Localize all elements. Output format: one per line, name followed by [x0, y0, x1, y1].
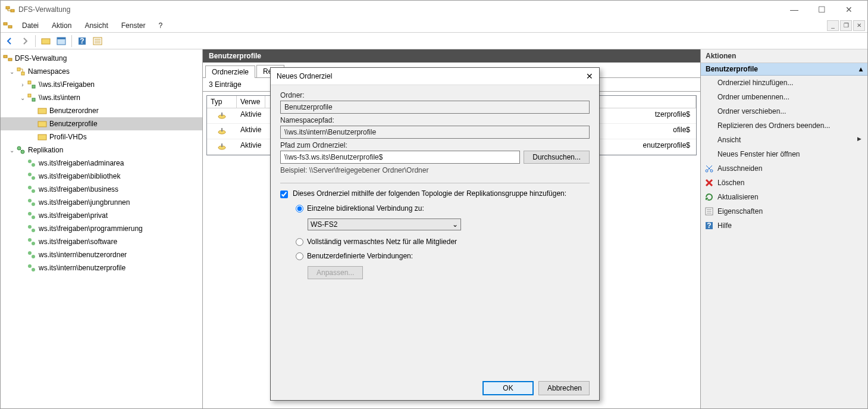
tree-panel: DFS-Verwaltung ⌄ Namespaces › \\ws.its\F…	[1, 49, 203, 408]
namespace-icon	[16, 67, 26, 76]
nspath-field: \\ws.its\intern\Benutzerprofile	[280, 126, 590, 139]
connection-select[interactable]: WS-FS2 ⌄	[308, 218, 461, 230]
menu-action[interactable]: Aktion	[46, 20, 77, 31]
tree-rep-item[interactable]: ws.its\freigaben\bibliothek	[1, 170, 202, 183]
col-verw[interactable]: Verwe	[237, 96, 265, 108]
tree-rep-item[interactable]: ws.its\freigaben\software	[1, 235, 202, 248]
tree-ns-intern[interactable]: ⌄ \\ws.its\intern	[1, 91, 202, 104]
chevron-down-icon[interactable]: ⌄	[8, 147, 16, 154]
action-refresh[interactable]: Aktualisieren	[701, 190, 867, 204]
action-help[interactable]: ? Hilfe	[701, 218, 867, 233]
target-icon	[217, 126, 227, 135]
tree-rep-item[interactable]: ws.its\freigaben\jungbrunnen	[1, 196, 202, 209]
tree-root[interactable]: DFS-Verwaltung	[1, 52, 202, 65]
cancel-button[interactable]: Abbrechen	[538, 381, 590, 395]
col-type[interactable]: Typ	[207, 96, 237, 108]
tree-rep-item[interactable]: ws.its\freigaben\adminarea	[1, 157, 202, 170]
mdi-restore[interactable]: ❐	[840, 20, 852, 31]
svg-text:?: ?	[707, 221, 711, 230]
rep-group-icon	[27, 185, 36, 194]
menu-bar: Datei Aktion Ansicht Fenster ? _ ❐ ✕	[1, 18, 867, 33]
svg-point-39	[32, 242, 35, 245]
menu-view[interactable]: Ansicht	[79, 20, 114, 31]
tool-help-icon[interactable]: ?	[76, 35, 89, 48]
action-move[interactable]: Ordner verschieben...	[701, 104, 867, 118]
target-path-input[interactable]	[280, 151, 520, 164]
tool-list-icon[interactable]	[91, 35, 104, 48]
chevron-down-icon[interactable]: ⌄	[18, 95, 27, 101]
rep-group-icon	[27, 198, 36, 207]
topology-checkbox[interactable]	[280, 191, 288, 198]
radio-custom[interactable]	[296, 252, 303, 260]
back-button[interactable]	[3, 35, 16, 48]
svg-rect-19	[28, 94, 31, 97]
tab-ordnerziele[interactable]: Ordnerziele	[205, 65, 255, 78]
svg-rect-22	[38, 121, 46, 127]
forward-button[interactable]	[18, 35, 32, 48]
svg-rect-21	[38, 108, 46, 114]
radio-bidirectional[interactable]	[296, 205, 303, 213]
dialog-new-folder-target: Neues Ordnerziel ✕ Ordner: Benutzerprofi…	[270, 67, 600, 401]
menu-file[interactable]: Datei	[16, 20, 45, 31]
svg-point-26	[28, 160, 32, 163]
action-properties[interactable]: Eigenschaften	[701, 204, 867, 218]
menu-window[interactable]: Fenster	[115, 20, 152, 31]
target-icon	[217, 110, 227, 120]
mdi-minimize[interactable]: _	[827, 20, 839, 31]
rep-group-icon	[27, 263, 36, 273]
actions-section-header[interactable]: Benutzerprofile ▴	[701, 63, 867, 76]
separator	[71, 35, 72, 47]
replication-icon	[16, 145, 26, 155]
share-icon	[27, 93, 36, 102]
action-add-target[interactable]: Ordnerziel hinzufügen...	[701, 76, 867, 90]
browse-button[interactable]: Durchsuchen...	[524, 151, 590, 164]
tree-profil-vhds[interactable]: Profil-VHDs	[1, 130, 202, 143]
svg-rect-49	[221, 143, 223, 147]
tree-benutzerprofile[interactable]: Benutzerprofile	[1, 117, 202, 130]
panel-title: Benutzerprofile	[203, 49, 700, 63]
action-stop-replication[interactable]: Replizieren des Ordners beenden...	[701, 118, 867, 133]
chevron-down-icon[interactable]: ⌄	[8, 68, 16, 75]
dialog-titlebar: Neues Ordnerziel ✕	[271, 68, 599, 85]
dialog-close-icon[interactable]: ✕	[586, 71, 593, 81]
svg-point-32	[28, 199, 32, 202]
menu-help[interactable]: ?	[152, 20, 168, 31]
action-rename[interactable]: Ordner umbenennen...	[701, 90, 867, 104]
tool-window-icon[interactable]	[55, 35, 68, 48]
refresh-icon	[704, 192, 714, 202]
tree-replication[interactable]: ⌄ Replikation	[1, 143, 202, 157]
svg-point-43	[32, 268, 35, 271]
svg-rect-18	[32, 85, 35, 88]
action-cut[interactable]: Ausschneiden	[701, 161, 867, 176]
folder-icon	[37, 119, 47, 129]
svg-rect-4	[42, 39, 50, 44]
svg-rect-14	[8, 58, 12, 61]
mdi-close[interactable]: ✕	[853, 20, 865, 31]
svg-point-36	[28, 225, 32, 229]
tree-rep-item[interactable]: ws.its\intern\benutzerprofile	[1, 261, 202, 274]
chevron-right-icon[interactable]: ›	[18, 82, 27, 88]
action-view[interactable]: Ansicht	[701, 133, 867, 147]
help-icon: ?	[704, 221, 714, 230]
maximize-button[interactable]: ☐	[808, 1, 835, 18]
minimize-button[interactable]: —	[781, 1, 808, 18]
separator	[35, 35, 36, 47]
svg-rect-45	[221, 113, 223, 116]
action-delete[interactable]: Löschen	[701, 176, 867, 190]
target-icon	[217, 141, 227, 151]
svg-rect-20	[32, 98, 35, 101]
ok-button[interactable]: OK	[482, 381, 534, 395]
close-button[interactable]: ✕	[835, 1, 863, 18]
tree-namespaces[interactable]: ⌄ Namespaces	[1, 65, 202, 78]
radio-full-mesh[interactable]	[296, 238, 303, 246]
folder-label: Ordner:	[280, 91, 590, 99]
tree-rep-item[interactable]: ws.its\intern\benutzerordner	[1, 248, 202, 261]
tree-benutzerordner[interactable]: Benutzerordner	[1, 104, 202, 117]
action-new-window[interactable]: Neues Fenster hier öffnen	[701, 147, 867, 161]
tree-rep-item[interactable]: ws.its\freigaben\programmierung	[1, 222, 202, 235]
tree-ns-freigaben[interactable]: › \\ws.its\Freigaben	[1, 78, 202, 91]
tree-rep-item[interactable]: ws.its\freigaben\privat	[1, 209, 202, 222]
tree-rep-item[interactable]: ws.its\freigaben\business	[1, 183, 202, 196]
collapse-icon[interactable]: ▴	[859, 65, 863, 73]
tool-folder-icon[interactable]	[39, 35, 52, 48]
